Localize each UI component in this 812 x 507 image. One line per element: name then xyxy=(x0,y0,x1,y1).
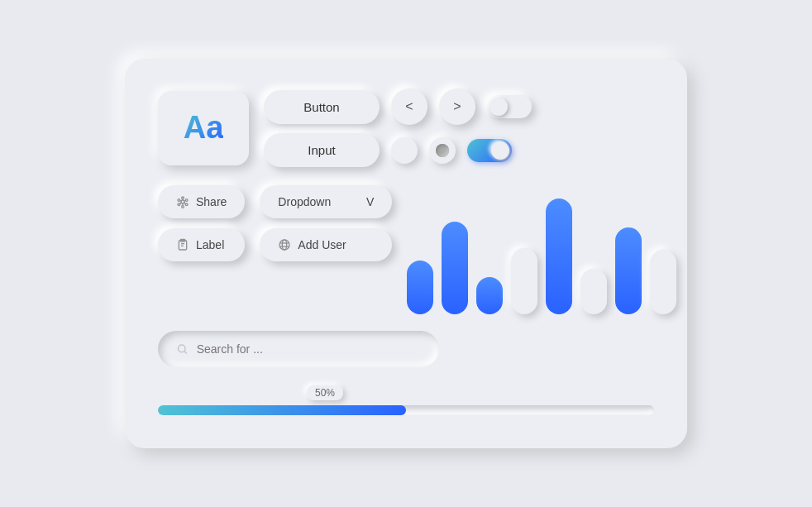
svg-point-2 xyxy=(185,199,188,202)
bar-item-4 xyxy=(511,248,537,314)
input-row: Input xyxy=(264,133,654,167)
svg-point-3 xyxy=(185,203,188,206)
dropdown-arrow: V xyxy=(366,195,374,208)
bar-chart xyxy=(407,185,676,318)
svg-point-1 xyxy=(182,197,184,199)
bar-item-8 xyxy=(650,250,676,314)
bar-8 xyxy=(650,185,676,314)
dropdown-label: Dropdown xyxy=(278,195,331,208)
bar-item-6 xyxy=(580,269,607,314)
bar-5 xyxy=(546,185,572,314)
radio-empty[interactable] xyxy=(391,137,418,164)
svg-point-5 xyxy=(178,199,180,202)
label-icon xyxy=(176,238,189,251)
add-user-button[interactable]: Add User xyxy=(260,228,392,261)
svg-point-6 xyxy=(178,203,180,206)
share-label: Share xyxy=(196,195,227,208)
bar-item-1 xyxy=(407,261,433,314)
input-btn[interactable]: Input xyxy=(264,133,380,167)
svg-line-12 xyxy=(180,201,182,202)
row2: Share Label Dropdown V Add User xyxy=(158,185,654,318)
search-bar[interactable] xyxy=(158,331,439,367)
toggle-on[interactable] xyxy=(467,139,512,162)
bar-item-5 xyxy=(546,198,572,314)
bar-3 xyxy=(476,185,503,314)
main-card: Aa Button < > Input xyxy=(125,59,687,448)
svg-point-4 xyxy=(182,206,184,208)
bar-item-7 xyxy=(615,227,642,314)
bar-7 xyxy=(615,185,642,314)
progress-fill xyxy=(158,405,406,415)
toggle-off[interactable] xyxy=(487,95,532,118)
radio-dot xyxy=(436,144,449,157)
svg-point-17 xyxy=(279,240,289,250)
label-label: Label xyxy=(196,238,224,251)
row3 xyxy=(158,331,654,367)
bar-1 xyxy=(407,185,433,314)
row1: Aa Button < > Input xyxy=(158,88,654,167)
progress-label: 50% xyxy=(307,385,343,400)
add-user-label: Add User xyxy=(298,238,346,251)
typography-box: Aa xyxy=(158,91,249,165)
search-input[interactable] xyxy=(197,342,421,356)
progress-section: 50% xyxy=(158,385,654,415)
row2-mid: Dropdown V Add User xyxy=(260,185,392,261)
globe-icon xyxy=(278,238,291,251)
bar-4 xyxy=(511,185,537,314)
row1-right: Button < > Input xyxy=(264,88,654,167)
share-icon xyxy=(176,195,189,208)
row2-left: Share Label xyxy=(158,185,245,261)
svg-line-22 xyxy=(184,352,187,354)
toggle-off-knob xyxy=(490,98,508,116)
toggle-on-knob xyxy=(491,141,509,160)
svg-line-11 xyxy=(180,203,182,204)
nav-prev-btn[interactable]: < xyxy=(391,88,427,125)
bar-6 xyxy=(580,185,607,314)
svg-point-21 xyxy=(178,345,185,352)
bar-item-2 xyxy=(442,222,468,314)
label-button[interactable]: Label xyxy=(158,228,245,261)
bar-item-3 xyxy=(476,277,503,314)
bar-2 xyxy=(442,185,468,314)
search-icon xyxy=(176,342,189,356)
dropdown-button[interactable]: Dropdown V xyxy=(260,185,392,218)
typography-label: Aa xyxy=(184,110,224,146)
button-btn[interactable]: Button xyxy=(264,90,380,124)
radio-filled[interactable] xyxy=(429,137,456,164)
svg-line-9 xyxy=(184,203,185,204)
progress-track[interactable] xyxy=(158,405,654,415)
share-button[interactable]: Share xyxy=(158,185,245,218)
nav-next-btn[interactable]: > xyxy=(439,88,475,125)
svg-point-18 xyxy=(283,240,287,250)
button-row: Button < > xyxy=(264,88,654,125)
svg-line-8 xyxy=(184,201,185,202)
